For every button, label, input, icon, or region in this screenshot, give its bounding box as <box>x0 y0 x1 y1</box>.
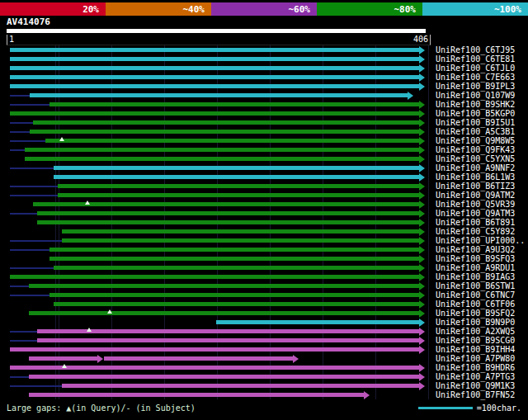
hit-label[interactable]: UniRef100_A9RDU1 <box>436 263 515 272</box>
alignment-bar[interactable] <box>62 238 419 243</box>
hit-label[interactable]: UniRef100_Q9ATM3 <box>436 209 515 218</box>
hit-label[interactable]: UniRef100_A5C3B1 <box>436 127 515 136</box>
alignment-bar[interactable] <box>33 120 419 125</box>
hit-label[interactable]: UniRef100_B7FN52 <box>436 390 515 399</box>
scale-segment: ~80% <box>317 2 422 16</box>
hit-label[interactable]: UniRef100_B9SFQ2 <box>436 309 515 318</box>
alignment-bar[interactable] <box>10 111 419 116</box>
hit-label[interactable]: UniRef100_C6TJL0 <box>436 64 515 73</box>
alignment-bar[interactable] <box>29 393 364 397</box>
alignment-row: UniRef100_B9IPL3 <box>0 82 528 91</box>
hit-label[interactable]: UniRef100_B9N9P0 <box>436 318 515 327</box>
alignment-bar[interactable] <box>37 338 419 342</box>
alignment-arrowhead-icon <box>419 228 425 236</box>
alignment-bar[interactable] <box>37 329 419 333</box>
hit-label[interactable]: UniRef100_B6L1W3 <box>436 172 515 182</box>
hit-label[interactable]: UniRef100_C6TNC7 <box>436 290 515 300</box>
hit-label[interactable]: UniRef100_B9SCG0 <box>436 336 515 345</box>
scale-legend-line-icon <box>418 407 473 409</box>
alignment-bar[interactable] <box>10 84 419 88</box>
alignment-row: UniRef100_UPI000.. <box>0 236 528 245</box>
alignment-row: UniRef100_B5KGP0 <box>0 109 528 118</box>
hit-label[interactable]: UniRef100_B5KGP0 <box>436 109 515 118</box>
hit-label[interactable]: UniRef100_Q9M8W5 <box>436 136 515 145</box>
alignment-bar[interactable] <box>37 220 419 224</box>
alignment-bar[interactable] <box>10 57 419 61</box>
scale-segment-label: 20% <box>82 4 99 15</box>
alignment-arrowhead-icon <box>419 155 425 163</box>
alignment-bar[interactable] <box>58 184 419 188</box>
hit-label[interactable]: UniRef100_B9IPL3 <box>436 82 515 91</box>
alignment-bar[interactable] <box>58 193 419 197</box>
hit-label[interactable]: UniRef100_C7E663 <box>436 73 515 82</box>
hit-label[interactable]: UniRef100_B6STW1 <box>436 281 515 290</box>
hit-label[interactable]: UniRef100_C6TE81 <box>436 54 515 64</box>
hit-label[interactable]: UniRef100_A2XWQ5 <box>436 327 515 336</box>
hit-label[interactable]: UniRef100_C5Y892 <box>436 227 515 236</box>
alignment-bar[interactable] <box>29 311 419 315</box>
hit-label[interactable]: UniRef100_B6TIZ3 <box>436 182 515 191</box>
hit-label[interactable]: UniRef100_A9NNF2 <box>436 163 515 172</box>
alignment-arrowhead-icon <box>419 137 425 145</box>
alignment-bar[interactable] <box>37 211 419 215</box>
alignment-bar[interactable] <box>54 302 419 306</box>
alignment-bar[interactable] <box>104 356 293 361</box>
alignment-bar[interactable] <box>62 384 419 388</box>
alignment-bar[interactable] <box>45 139 419 143</box>
alignment-arrowhead-icon <box>419 119 425 127</box>
alignment-bar[interactable] <box>10 66 419 70</box>
hit-label[interactable]: UniRef100_A7PW80 <box>436 354 515 363</box>
alignment-bar[interactable] <box>62 229 419 234</box>
hit-label[interactable]: UniRef100_A7PTG3 <box>436 372 515 381</box>
alignment-row: UniRef100_A2XWQ5 <box>0 327 528 336</box>
query-name: AV414076 <box>0 16 528 29</box>
alignment-bar[interactable] <box>29 375 419 379</box>
alignment-bar[interactable] <box>10 275 419 279</box>
hit-label[interactable]: UniRef100_B9IAG3 <box>436 272 515 281</box>
alignment-bar[interactable] <box>50 248 419 252</box>
hit-label[interactable]: UniRef100_B6T891 <box>436 218 515 227</box>
alignment-arrowhead-icon <box>419 83 425 91</box>
alignment-row: UniRef100_C6TNC7 <box>0 290 528 300</box>
hit-label[interactable]: UniRef100_UPI000.. <box>436 236 525 245</box>
alignment-bar[interactable] <box>54 266 419 270</box>
hit-label[interactable]: UniRef100_Q5VR39 <box>436 200 515 209</box>
hit-label[interactable]: UniRef100_A9U3Q2 <box>436 245 515 254</box>
hit-label[interactable]: UniRef100_B9HDR6 <box>436 363 515 372</box>
alignment-bar[interactable] <box>25 148 419 152</box>
hit-label[interactable]: UniRef100_B9IHH4 <box>436 345 515 354</box>
hit-label[interactable]: UniRef100_Q107W9 <box>436 91 515 100</box>
alignment-bar[interactable] <box>29 284 419 288</box>
hit-label[interactable]: UniRef100_Q9M1K3 <box>436 381 515 390</box>
alignment-bar[interactable] <box>10 75 419 79</box>
hit-label[interactable]: UniRef100_Q9ATM2 <box>436 191 515 200</box>
alignment-bar[interactable] <box>216 320 419 324</box>
hit-label[interactable]: UniRef100_C6TF06 <box>436 300 515 309</box>
alignment-bar[interactable] <box>30 93 408 97</box>
hit-label[interactable]: UniRef100_Q9FK43 <box>436 145 515 154</box>
alignment-bar[interactable] <box>33 202 419 206</box>
alignment-bar[interactable] <box>50 257 419 261</box>
alignment-bar[interactable] <box>10 347 419 352</box>
alignment-bar[interactable] <box>54 175 419 179</box>
hit-label[interactable]: UniRef100_C5YXN5 <box>436 154 515 163</box>
alignment-bar[interactable] <box>54 166 419 170</box>
hit-label[interactable]: UniRef100_C6TJ95 <box>436 45 515 54</box>
alignment-bar[interactable] <box>30 130 419 134</box>
low-score-extension <box>10 122 33 124</box>
hit-label[interactable]: UniRef100_B9SFQ3 <box>436 254 515 263</box>
alignment-bar[interactable] <box>10 48 419 52</box>
hit-label[interactable]: UniRef100_B9I5U1 <box>436 118 515 127</box>
alignment-bar[interactable] <box>29 356 97 361</box>
hit-label[interactable]: UniRef100_B9SHK2 <box>436 100 515 109</box>
scale-segment: ~60% <box>211 2 317 16</box>
alignment-arrowhead-icon <box>419 246 425 254</box>
alignment-bar[interactable] <box>10 366 419 370</box>
alignment-arrowhead-icon <box>408 92 413 100</box>
alignment-bar[interactable] <box>50 102 419 106</box>
low-score-extension <box>10 149 25 151</box>
low-score-extension <box>10 140 45 142</box>
alignment-bar[interactable] <box>25 157 419 161</box>
gap-marker-icon <box>85 201 90 205</box>
alignment-bar[interactable] <box>50 293 419 297</box>
